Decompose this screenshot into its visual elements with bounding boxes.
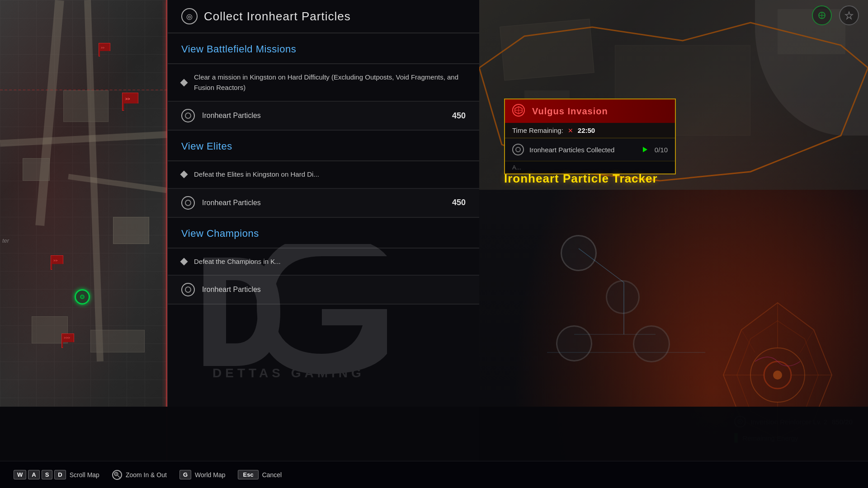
battlefield-reward: Ironheart Particles 450 xyxy=(168,102,479,130)
key-g: G xyxy=(179,470,191,479)
collect-icon: ◎ xyxy=(186,12,193,21)
battlefield-header: View Battlefield Missions xyxy=(168,33,479,64)
reward-icon-inner-1 xyxy=(185,113,191,119)
map-marker-flag-3[interactable]: >> II xyxy=(51,255,63,270)
mission-diamond-icon xyxy=(180,79,188,86)
map-marker-flag-1[interactable]: >> II xyxy=(122,93,138,111)
svg-line-26 xyxy=(118,475,120,478)
map-marker-green[interactable] xyxy=(75,289,90,305)
battlefield-section: View Battlefield Missions Clear a missio… xyxy=(168,33,479,131)
battlefield-title[interactable]: View Battlefield Missions xyxy=(181,43,466,55)
cancel-label: Cancel xyxy=(262,471,282,479)
tracker-title: Ironheart Particle Tracker xyxy=(504,172,658,186)
champions-header: View Champions xyxy=(168,218,479,248)
champions-reward-name: Ironheart Particles xyxy=(202,286,458,294)
svg-line-21 xyxy=(741,330,755,352)
mission-diamond-icon-2 xyxy=(180,171,188,178)
invasion-reward-label: Ironheart Particles Collected xyxy=(529,146,637,154)
invasion-extra: A... xyxy=(512,164,668,171)
elites-mission-text: Defeat the Elites in Kingston on Hard Di… xyxy=(194,169,319,180)
wasd-keys: W A S D xyxy=(14,470,66,479)
reward-icon-inner-2 xyxy=(185,200,191,206)
map-marker-flag-4[interactable]: >>> II xyxy=(61,333,74,348)
battlefield-reward-name: Ironheart Particles xyxy=(202,112,445,120)
battlefield-reward-value: 450 xyxy=(452,111,466,121)
champions-mission-item: Defeat the Champions in K... xyxy=(168,249,479,276)
reward-icon-3 xyxy=(181,283,195,296)
reward-icon-1 xyxy=(181,109,195,122)
zoom-control: Zoom In & Out xyxy=(112,470,167,480)
invasion-reward-icon xyxy=(512,144,524,155)
elites-section: View Elites Defeat the Elites in Kingsto… xyxy=(168,131,479,218)
key-esc: Esc xyxy=(238,470,258,479)
reward-icon-inner-3 xyxy=(185,286,191,293)
timer-value: 22:50 xyxy=(578,127,595,134)
svg-line-22 xyxy=(800,330,814,352)
invasion-icon xyxy=(512,104,527,118)
nav-icon-2[interactable] xyxy=(839,5,859,25)
battlefield-mission-item: Clear a mission in Kingston on Hard Diff… xyxy=(168,64,479,101)
reward-icon-2 xyxy=(181,196,195,210)
champions-title[interactable]: View Champions xyxy=(181,228,466,239)
title-icon: ◎ xyxy=(181,8,198,24)
mission-diamond-icon-3 xyxy=(180,258,188,265)
circle-ui-2 xyxy=(606,280,640,314)
key-d: D xyxy=(54,470,66,479)
key-w: W xyxy=(14,470,26,479)
invasion-header: Vulgus Invasion xyxy=(505,99,675,123)
elites-title[interactable]: View Elites xyxy=(181,141,466,152)
key-a: A xyxy=(28,470,39,479)
wasd-control: W A S D Scroll Map xyxy=(14,470,99,479)
g-key: G xyxy=(179,470,191,479)
svg-point-23 xyxy=(773,371,782,380)
invasion-box: Vulgus Invasion Time Remaining: ✕ 22:50 … xyxy=(504,99,676,174)
key-s: S xyxy=(42,470,53,479)
elites-reward: Ironheart Particles 450 xyxy=(168,189,479,217)
invasion-timer: Time Remaining: ✕ 22:50 xyxy=(505,123,675,138)
battlefield-mission-text: Clear a mission in Kingston on Hard Diff… xyxy=(194,72,466,93)
worldmap-control: G World Map xyxy=(179,470,226,479)
cancel-control: Esc Cancel xyxy=(238,470,282,479)
circle-ui-3 xyxy=(556,325,592,361)
elites-reward-name: Ironheart Particles xyxy=(202,199,445,207)
circle-ui-1 xyxy=(561,235,597,271)
page-title: Collect Ironheart Particles xyxy=(204,9,351,23)
timer-label: Time Remaining: xyxy=(512,127,563,134)
zoom-icon xyxy=(112,470,122,480)
title-section: ◎ Collect Ironheart Particles xyxy=(168,0,479,33)
map-location-label: ter xyxy=(2,237,9,244)
controls-bar: W A S D Scroll Map Zoom In & Out G World… xyxy=(0,461,868,488)
invasion-reward-row: Ironheart Particles Collected 0/10 xyxy=(505,138,675,161)
zoom-label: Zoom In & Out xyxy=(126,471,167,479)
invasion-title: Vulgus Invasion xyxy=(532,106,608,117)
cursor-icon xyxy=(643,147,647,152)
circle-ui-4 xyxy=(633,325,670,362)
invasion-progress: 0/10 xyxy=(655,146,668,154)
nav-icons xyxy=(812,5,859,25)
champions-mission-text: Defeat the Champions in K... xyxy=(194,257,281,267)
elites-mission-item: Defeat the Elites in Kingston on Hard Di… xyxy=(168,161,479,188)
vulgus-icon xyxy=(512,104,525,117)
esc-key: Esc xyxy=(238,470,258,479)
champions-section: View Champions Defeat the Champions in K… xyxy=(168,218,479,305)
champions-reward: Ironheart Particles xyxy=(168,276,479,304)
scroll-map-label: Scroll Map xyxy=(70,471,99,479)
elites-header: View Elites xyxy=(168,131,479,161)
world-map-label: World Map xyxy=(195,471,225,479)
mission-panel: ◎ Collect Ironheart Particles View Battl… xyxy=(167,0,479,407)
timer-cross: ✕ xyxy=(568,127,573,134)
nav-icon-1[interactable] xyxy=(812,5,832,25)
svg-marker-3 xyxy=(845,12,853,19)
elites-reward-value: 450 xyxy=(452,198,466,207)
